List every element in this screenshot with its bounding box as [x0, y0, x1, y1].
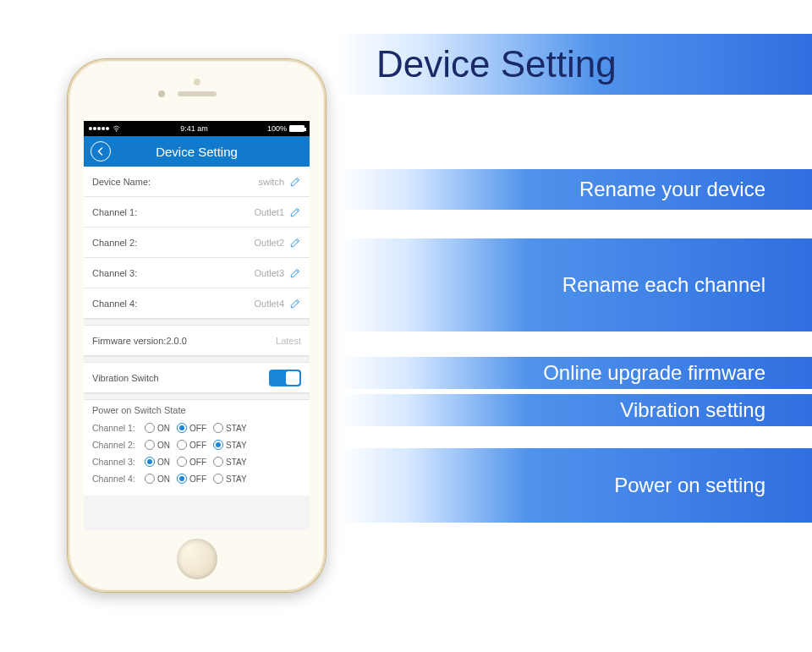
vibration-toggle[interactable]: [269, 370, 301, 386]
edit-icon[interactable]: [289, 176, 301, 188]
radio-off[interactable]: OFF: [177, 423, 206, 433]
info-rename-channel: Rename each channel: [338, 238, 812, 331]
radio-group: ONOFFSTAY: [145, 440, 247, 450]
radio-off[interactable]: OFF: [177, 474, 206, 484]
power-channel-label: Channel 1:: [92, 423, 141, 433]
app-header: Device Setting: [84, 136, 310, 167]
phone-screen: 9:41 am 100% Device Setting Device Name:: [84, 121, 310, 530]
radio-group: ONOFFSTAY: [145, 474, 247, 484]
row-device-name[interactable]: Device Name: switch: [84, 167, 310, 197]
radio-label: STAY: [226, 474, 247, 484]
svg-point-0: [116, 130, 117, 131]
chevron-left-icon: [96, 146, 106, 156]
radio-stay[interactable]: STAY: [213, 440, 247, 450]
radio-circle-icon: [145, 423, 155, 433]
page-title: Device Setting: [376, 43, 617, 85]
power-row-channel-4: Channel 4:ONOFFSTAY: [92, 470, 301, 487]
radio-stay[interactable]: STAY: [213, 474, 247, 484]
divider: [84, 356, 310, 363]
radio-label: ON: [157, 474, 170, 484]
radio-off[interactable]: OFF: [177, 457, 206, 467]
wifi-icon: [112, 125, 121, 133]
radio-off[interactable]: OFF: [177, 440, 206, 450]
home-button[interactable]: [177, 539, 217, 579]
vibration-label: Vibration Switch: [92, 373, 159, 383]
battery-icon: [289, 125, 304, 132]
radio-circle-icon: [213, 457, 223, 467]
edit-icon[interactable]: [289, 298, 301, 310]
phone-mockup: 9:41 am 100% Device Setting Device Name:: [68, 59, 326, 592]
row-channel-4[interactable]: Channel 4: Outlet4: [84, 288, 310, 319]
power-row-channel-3: Channel 3:ONOFFSTAY: [92, 453, 301, 470]
edit-icon[interactable]: [289, 206, 301, 218]
phone-speaker: [178, 91, 217, 96]
power-row-channel-2: Channel 2:ONOFFSTAY: [92, 436, 301, 453]
info-power-on-setting: Power on setting: [338, 448, 812, 523]
radio-label: ON: [157, 457, 170, 467]
radio-on[interactable]: ON: [145, 457, 170, 467]
power-channel-label: Channel 2:: [92, 440, 141, 450]
radio-label: ON: [157, 424, 170, 433]
row-channel-2[interactable]: Channel 2: Outlet2: [84, 227, 310, 258]
radio-circle-icon: [145, 474, 155, 484]
radio-stay[interactable]: STAY: [213, 457, 247, 467]
status-bar: 9:41 am 100%: [84, 121, 310, 136]
radio-label: OFF: [189, 457, 206, 467]
battery-text: 100%: [267, 124, 287, 133]
power-channel-label: Channel 4:: [92, 474, 141, 484]
channel4-label: Channel 4:: [92, 299, 137, 309]
device-name-label: Device Name:: [92, 177, 151, 187]
signal-icon: [89, 127, 109, 130]
channel1-label: Channel 1:: [92, 207, 137, 217]
device-name-value: switch: [258, 177, 284, 187]
firmware-value: Latest: [276, 336, 301, 346]
radio-group: ONOFFSTAY: [145, 423, 247, 433]
radio-label: STAY: [226, 424, 247, 433]
power-on-state-section: Power on Switch State Channel 1:ONOFFSTA…: [84, 400, 310, 496]
radio-label: STAY: [226, 457, 247, 467]
row-firmware[interactable]: Firmware version:2.0.0 Latest: [84, 326, 310, 356]
power-on-title: Power on Switch State: [92, 405, 301, 415]
divider: [84, 393, 310, 400]
power-row-channel-1: Channel 1:ONOFFSTAY: [92, 419, 301, 436]
phone-camera: [158, 90, 165, 97]
radio-group: ONOFFSTAY: [145, 457, 247, 467]
phone-sensor: [194, 79, 200, 85]
channel2-value: Outlet2: [255, 238, 284, 248]
radio-circle-icon: [177, 423, 187, 433]
radio-label: OFF: [189, 474, 206, 484]
radio-label: OFF: [189, 441, 206, 450]
radio-circle-icon: [177, 474, 187, 484]
power-channel-label: Channel 3:: [92, 457, 141, 467]
channel4-value: Outlet4: [255, 299, 284, 309]
radio-circle-icon: [213, 474, 223, 484]
radio-label: ON: [157, 441, 170, 450]
status-time: 9:41 am: [180, 124, 208, 133]
row-channel-1[interactable]: Channel 1: Outlet1: [84, 197, 310, 227]
app-header-title: Device Setting: [156, 145, 238, 159]
row-vibration: Vibration Switch: [84, 363, 310, 393]
channel3-value: Outlet3: [255, 268, 284, 278]
divider: [84, 319, 310, 326]
radio-stay[interactable]: STAY: [213, 423, 247, 433]
channel1-value: Outlet1: [255, 207, 284, 217]
edit-icon[interactable]: [289, 237, 301, 249]
radio-on[interactable]: ON: [145, 440, 170, 450]
settings-list: Device Name: switch Channel 1: Outlet1: [84, 167, 310, 319]
info-rename-device: Rename your device: [338, 169, 812, 210]
radio-circle-icon: [145, 457, 155, 467]
radio-on[interactable]: ON: [145, 423, 170, 433]
page-title-banner: Device Setting: [338, 34, 812, 95]
radio-on[interactable]: ON: [145, 474, 170, 484]
channel2-label: Channel 2:: [92, 238, 137, 248]
channel3-label: Channel 3:: [92, 268, 137, 278]
back-button[interactable]: [91, 141, 111, 162]
radio-circle-icon: [213, 440, 223, 450]
radio-circle-icon: [177, 457, 187, 467]
info-vibration-setting: Vibration setting: [338, 394, 812, 426]
radio-label: STAY: [226, 441, 247, 450]
info-upgrade-firmware: Online upgrade firmware: [338, 357, 812, 389]
radio-circle-icon: [145, 440, 155, 450]
row-channel-3[interactable]: Channel 3: Outlet3: [84, 258, 310, 288]
edit-icon[interactable]: [289, 267, 301, 279]
